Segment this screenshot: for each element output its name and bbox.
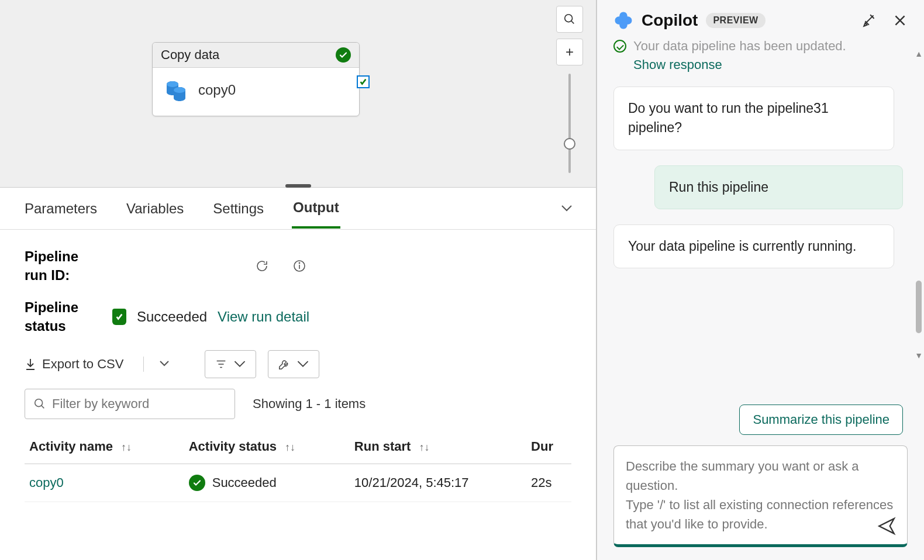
refresh-button[interactable] [252,256,272,276]
scrollbar-thumb[interactable] [916,281,922,333]
activity-node-title: Copy data [161,47,219,63]
scroll-up-icon[interactable]: ▲ [915,49,923,58]
assistant-message: Your data pipeline is currently running. [613,224,894,268]
copilot-pane: Copilot PREVIEW Your data pipeline has b… [597,0,924,560]
assistant-message: Do you want to run the pipeline31 pipeli… [613,87,894,150]
export-options-dropdown[interactable] [159,359,170,369]
user-message: Run this pipeline [654,165,903,209]
database-icon [164,78,188,102]
svg-line-5 [571,21,574,24]
view-run-detail-link[interactable]: View run detail [218,309,309,325]
send-button[interactable] [877,516,897,536]
filter-keyword-input[interactable] [52,396,226,412]
suggestion-chip[interactable]: Summarize this pipeline [739,405,903,435]
activity-node-header: Copy data [153,43,359,68]
collapse-panel-button[interactable] [561,201,573,216]
show-response-link[interactable]: Show response [633,57,903,72]
tab-output[interactable]: Output [292,189,340,229]
duration-cell: 22s [526,464,571,502]
activity-node-name: copy0 [198,82,236,98]
main-pane: Copy data copy0 [0,0,597,560]
col-activity-name[interactable]: Activity name↑↓ [25,430,184,464]
status-shield-icon [112,309,126,325]
preview-badge: PREVIEW [706,13,765,28]
zoom-slider[interactable] [568,74,571,173]
add-activity-button[interactable]: + [556,39,583,65]
activity-selected-checkbox[interactable] [357,75,370,88]
svg-point-1 [167,81,178,87]
tab-settings[interactable]: Settings [212,190,265,227]
activity-name-cell[interactable]: copy0 [29,475,64,490]
run-id-label: Pipeline run ID: [25,247,95,285]
svg-point-4 [565,15,573,22]
success-outline-icon [613,40,626,53]
info-icon[interactable] [289,256,309,276]
copilot-input[interactable]: Describe the summary you want or ask a q… [613,445,908,547]
search-canvas-button[interactable] [556,6,583,33]
svg-point-12 [35,399,43,406]
output-content: Pipeline run ID: Pipeline status [0,230,596,560]
status-label: Pipeline status [25,298,95,336]
close-icon[interactable] [892,13,908,28]
activity-node-copy-data[interactable]: Copy data copy0 [152,42,360,116]
col-run-start[interactable]: Run start↑↓ [350,430,526,464]
export-csv-label: Export to CSV [42,357,123,372]
pipeline-status-value: Succeeded [137,309,207,325]
tab-variables[interactable]: Variables [125,190,185,227]
activities-table: Activity name↑↓ Activity status↑↓ Run st… [25,430,571,502]
search-icon [33,397,46,410]
copilot-logo-icon [613,11,633,30]
zoom-slider-thumb[interactable] [564,138,575,150]
table-row[interactable]: copy0 Succeeded 10/21/2024, 5:45:17 22s [25,464,571,502]
pipeline-canvas[interactable]: Copy data copy0 [0,0,596,187]
copilot-input-placeholder: Describe the summary you want or ask a q… [626,457,895,534]
panel-resize-handle[interactable] [285,184,311,188]
copilot-scrollbar[interactable]: ▲ ▼ [915,58,922,351]
filter-columns-button[interactable] [205,350,256,378]
panel-tabs: Parameters Variables Settings Output [0,188,596,230]
items-count: Showing 1 - 1 items [253,396,366,412]
chevron-down-icon [233,358,246,371]
clear-chat-icon[interactable] [862,13,877,28]
filter-icon [215,358,227,371]
wrench-icon [278,358,291,371]
success-icon [336,47,351,63]
copilot-header: Copilot PREVIEW [597,0,924,35]
previous-message-tail: Your data pipeline has been updated. [613,39,903,54]
activity-status-cell: Succeeded [212,475,277,490]
export-csv-button[interactable]: Export to CSV [25,357,123,372]
tab-parameters[interactable]: Parameters [23,190,98,227]
copilot-title: Copilot [642,11,698,30]
divider [143,357,144,372]
filter-keyword-field[interactable] [25,389,235,419]
bottom-panel: Parameters Variables Settings Output Pip… [0,187,596,560]
svg-point-3 [174,87,185,93]
run-start-cell: 10/21/2024, 5:45:17 [350,464,526,502]
success-icon [189,475,205,491]
chevron-down-icon [296,358,309,371]
svg-point-8 [299,263,299,264]
scroll-down-icon[interactable]: ▼ [915,351,923,360]
svg-line-13 [42,405,44,408]
col-activity-status[interactable]: Activity status↑↓ [184,430,350,464]
settings-tools-button[interactable] [268,350,319,378]
copilot-messages: Your data pipeline has been updated. Sho… [597,35,924,405]
download-icon [25,358,36,371]
col-duration[interactable]: Dur [526,430,571,464]
activity-node-body: copy0 [153,68,359,116]
